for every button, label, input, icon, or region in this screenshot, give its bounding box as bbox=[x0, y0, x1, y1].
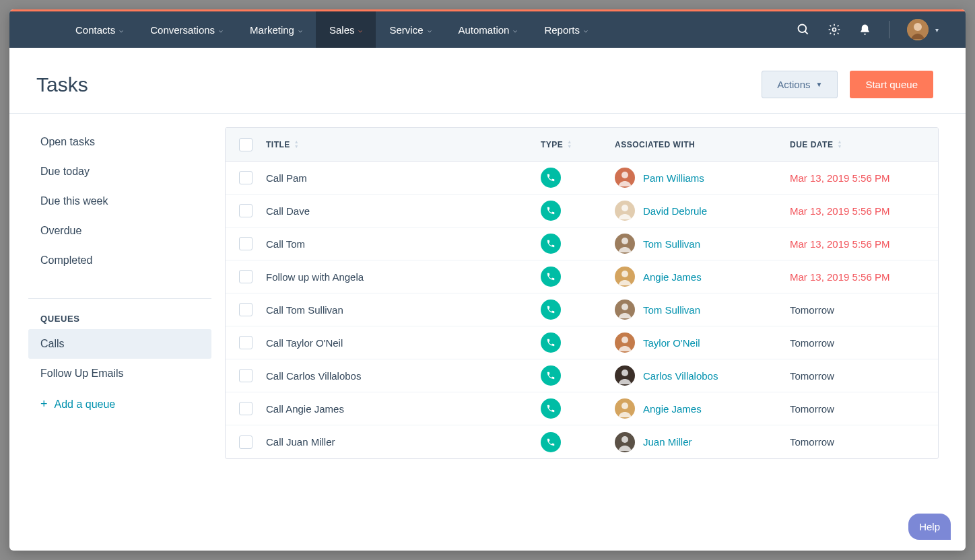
nav-item-service[interactable]: Service⌵ bbox=[376, 11, 444, 48]
nav-item-automation[interactable]: Automation⌵ bbox=[445, 11, 531, 48]
select-all-checkbox[interactable] bbox=[239, 138, 253, 151]
task-title[interactable]: Follow up with Angela bbox=[266, 271, 364, 283]
svg-point-15 bbox=[621, 271, 628, 277]
nav-item-conversations[interactable]: Conversations⌵ bbox=[137, 11, 236, 48]
svg-point-11 bbox=[914, 23, 922, 31]
row-checkbox[interactable] bbox=[239, 336, 253, 349]
table-row: Call Angie James Angie James Tomorrow bbox=[226, 392, 938, 425]
row-checkbox[interactable] bbox=[239, 402, 253, 415]
phone-icon bbox=[541, 300, 561, 320]
due-date: Tomorrow bbox=[790, 403, 834, 415]
user-menu[interactable]: ▾ bbox=[907, 19, 939, 40]
svg-point-16 bbox=[621, 304, 628, 310]
chevron-down-icon: ⌵ bbox=[298, 26, 302, 34]
nav-label: Service bbox=[389, 24, 423, 36]
add-queue-button[interactable]: + Add a queue bbox=[28, 388, 211, 420]
chevron-down-icon: ⌵ bbox=[358, 26, 362, 34]
contact-avatar bbox=[615, 201, 635, 221]
contact-link[interactable]: Tom Sullivan bbox=[643, 238, 700, 250]
gear-icon[interactable] bbox=[828, 23, 841, 36]
sidebar-queue[interactable]: Follow Up Emails bbox=[28, 359, 211, 388]
row-checkbox[interactable] bbox=[239, 435, 253, 449]
phone-icon bbox=[541, 398, 561, 419]
search-icon[interactable] bbox=[797, 23, 810, 36]
task-title[interactable]: Call Taylor O'Neil bbox=[266, 337, 343, 349]
contact-link[interactable]: Tom Sullivan bbox=[643, 304, 700, 316]
table-row: Call Dave David Debrule Mar 13, 2019 5:5… bbox=[226, 195, 938, 228]
sort-icon: ▲▼ bbox=[567, 140, 572, 149]
contact-link[interactable]: Angie James bbox=[643, 403, 702, 415]
table-row: Call Pam Pam Williams Mar 13, 2019 5:56 … bbox=[226, 162, 938, 195]
contact-avatar bbox=[615, 398, 635, 419]
phone-icon bbox=[541, 168, 561, 188]
due-date: Mar 13, 2019 5:56 PM bbox=[790, 172, 889, 184]
bell-icon[interactable] bbox=[859, 24, 871, 36]
page-header: Tasks Actions ▼ Start queue bbox=[9, 48, 966, 114]
sidebar-queue[interactable]: Calls bbox=[28, 329, 211, 359]
sidebar-filter[interactable]: Completed bbox=[28, 246, 211, 275]
row-checkbox[interactable] bbox=[239, 204, 253, 217]
help-button[interactable]: Help bbox=[908, 514, 951, 540]
contact-link[interactable]: Carlos Villalobos bbox=[643, 370, 718, 382]
contact-avatar bbox=[615, 267, 635, 287]
nav-item-sales[interactable]: Sales⌵ bbox=[316, 11, 376, 48]
due-date: Mar 13, 2019 5:56 PM bbox=[790, 205, 889, 217]
chevron-down-icon: ⌵ bbox=[119, 26, 123, 34]
column-title[interactable]: TITLE ▲▼ bbox=[266, 140, 541, 149]
sidebar-filter[interactable]: Open tasks bbox=[28, 127, 211, 157]
svg-point-20 bbox=[621, 436, 628, 443]
task-title[interactable]: Call Juan Miller bbox=[266, 436, 335, 448]
nav-label: Reports bbox=[544, 24, 580, 36]
nav-item-marketing[interactable]: Marketing⌵ bbox=[236, 11, 316, 48]
svg-point-19 bbox=[621, 403, 628, 409]
contact-link[interactable]: Angie James bbox=[643, 271, 702, 283]
due-date: Tomorrow bbox=[790, 436, 834, 448]
svg-line-8 bbox=[805, 32, 808, 34]
task-title[interactable]: Call Carlos Villalobos bbox=[266, 370, 361, 382]
svg-point-12 bbox=[621, 172, 628, 178]
nav-item-reports[interactable]: Reports⌵ bbox=[531, 11, 601, 48]
contact-link[interactable]: Juan Miller bbox=[643, 436, 692, 448]
row-checkbox[interactable] bbox=[239, 369, 253, 382]
help-label: Help bbox=[919, 521, 940, 532]
contact-link[interactable]: David Debrule bbox=[643, 205, 707, 217]
row-checkbox[interactable] bbox=[239, 270, 253, 283]
row-checkbox[interactable] bbox=[239, 237, 253, 250]
chevron-down-icon: ⌵ bbox=[513, 26, 517, 34]
app-window: Contacts⌵Conversations⌵Marketing⌵Sales⌵S… bbox=[9, 9, 966, 551]
task-title[interactable]: Call Dave bbox=[266, 205, 310, 217]
contact-avatar bbox=[615, 432, 635, 452]
actions-button[interactable]: Actions ▼ bbox=[762, 71, 838, 98]
task-title[interactable]: Call Tom bbox=[266, 238, 305, 250]
contact-link[interactable]: Taylor O'Neil bbox=[643, 337, 700, 349]
actions-label: Actions bbox=[777, 79, 810, 90]
avatar bbox=[907, 19, 929, 40]
task-title[interactable]: Call Tom Sullivan bbox=[266, 304, 343, 316]
table-row: Call Carlos Villalobos Carlos Villalobos… bbox=[226, 359, 938, 392]
logo[interactable] bbox=[9, 22, 50, 38]
sidebar-divider bbox=[28, 298, 211, 299]
task-title[interactable]: Call Angie James bbox=[266, 403, 344, 415]
due-date: Mar 13, 2019 5:56 PM bbox=[790, 271, 889, 283]
sidebar-filter[interactable]: Due today bbox=[28, 157, 211, 186]
contact-avatar bbox=[615, 332, 635, 353]
contact-avatar bbox=[615, 168, 635, 188]
svg-point-9 bbox=[833, 28, 836, 32]
contact-link[interactable]: Pam Williams bbox=[643, 172, 704, 184]
contact-avatar bbox=[615, 300, 635, 320]
table-head: TITLE ▲▼ TYPE ▲▼ ASSOCIATED WITH DUE DAT… bbox=[226, 128, 938, 162]
row-checkbox[interactable] bbox=[239, 171, 253, 184]
due-date: Tomorrow bbox=[790, 370, 834, 382]
nav-label: Marketing bbox=[250, 24, 294, 36]
column-due[interactable]: DUE DATE ▲▼ bbox=[790, 140, 938, 149]
sidebar-filter[interactable]: Due this week bbox=[28, 186, 211, 216]
nav-label: Contacts bbox=[75, 24, 115, 36]
sidebar-filter[interactable]: Overdue bbox=[28, 216, 211, 246]
nav-item-contacts[interactable]: Contacts⌵ bbox=[62, 11, 137, 48]
column-type[interactable]: TYPE ▲▼ bbox=[541, 140, 615, 149]
top-nav: Contacts⌵Conversations⌵Marketing⌵Sales⌵S… bbox=[9, 11, 966, 48]
column-associated[interactable]: ASSOCIATED WITH bbox=[615, 140, 790, 149]
row-checkbox[interactable] bbox=[239, 303, 253, 316]
task-title[interactable]: Call Pam bbox=[266, 172, 307, 184]
start-queue-button[interactable]: Start queue bbox=[850, 71, 933, 98]
